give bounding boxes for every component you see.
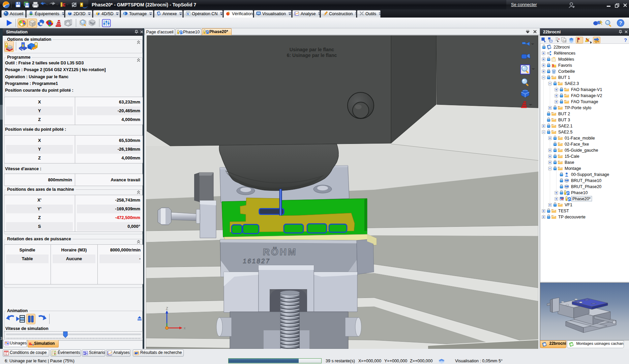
svg-text:BRUT_Phase10: BRUT_Phase10 bbox=[571, 178, 601, 183]
svg-text:?: ? bbox=[624, 37, 627, 43]
svg-text:x: x bbox=[558, 37, 560, 40]
svg-text:Z: Z bbox=[166, 306, 168, 310]
svg-text:22brocni: 22brocni bbox=[553, 45, 570, 50]
svg-text:Favoris: Favoris bbox=[558, 63, 572, 68]
svg-text:Références: Références bbox=[554, 51, 575, 56]
svg-text:Base: Base bbox=[565, 160, 574, 165]
svg-text:02-Face_fixe: 02-Face_fixe bbox=[565, 142, 589, 147]
svg-text:Modèles: Modèles bbox=[558, 57, 574, 62]
svg-text:161827: 161827 bbox=[242, 257, 271, 265]
svg-text:RÖHM: RÖHM bbox=[263, 247, 297, 257]
svg-text:TP-Porte stylo: TP-Porte stylo bbox=[565, 105, 591, 110]
svg-text:01-Face_mobile: 01-Face_mobile bbox=[565, 136, 595, 141]
svg-text:FAO fraisage-V2: FAO fraisage-V2 bbox=[571, 93, 602, 98]
svg-text:Phase20*: Phase20* bbox=[572, 196, 591, 201]
svg-text:TP decouverte: TP decouverte bbox=[558, 215, 586, 219]
svg-text:FAO fraisage-V1: FAO fraisage-V1 bbox=[571, 87, 602, 92]
svg-text:Corbeille: Corbeille bbox=[558, 69, 575, 74]
svg-text:05-Guide_gauche: 05-Guide_gauche bbox=[565, 148, 598, 153]
svg-text:BUT 3: BUT 3 bbox=[558, 118, 570, 122]
svg-text:FAO Tournage: FAO Tournage bbox=[571, 99, 598, 104]
svg-text:?: ? bbox=[619, 20, 622, 26]
svg-text:BRUT_Phase20: BRUT_Phase20 bbox=[571, 184, 601, 189]
svg-text:00-Support_fraisage: 00-Support_fraisage bbox=[571, 172, 609, 177]
svg-text:Usinage par le flanc: Usinage par le flanc bbox=[290, 47, 334, 52]
svg-text:Montage: Montage bbox=[565, 166, 581, 171]
svg-text:15-Cale: 15-Cale bbox=[565, 154, 579, 159]
svg-text:12: 12 bbox=[563, 39, 566, 42]
svg-text:SAE2.3: SAE2.3 bbox=[565, 81, 579, 86]
svg-text:TEST: TEST bbox=[558, 209, 569, 213]
svg-text:BUT 1: BUT 1 bbox=[558, 75, 570, 80]
svg-text:SAE2.1: SAE2.1 bbox=[558, 124, 572, 128]
svg-text:Phase10: Phase10 bbox=[571, 190, 588, 195]
svg-text:BUT 2: BUT 2 bbox=[558, 112, 570, 116]
svg-text:N: N bbox=[187, 12, 189, 16]
svg-text:VF1: VF1 bbox=[565, 203, 572, 207]
svg-text:x: x bbox=[184, 326, 186, 330]
svg-text:SAE2.5: SAE2.5 bbox=[558, 130, 572, 134]
svg-text:6: Usinage par le flanc: 6: Usinage par le flanc bbox=[287, 53, 337, 58]
